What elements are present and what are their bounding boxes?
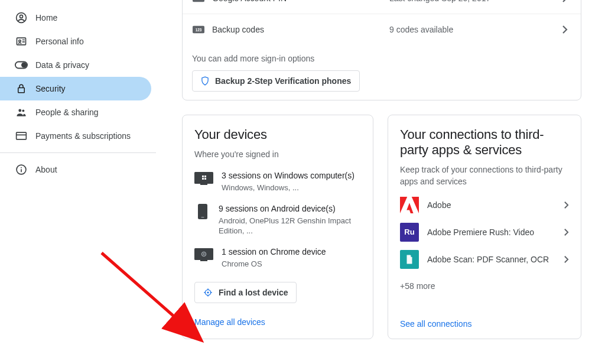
nav-label: People & sharing (35, 108, 99, 117)
svg-rect-18 (204, 176, 206, 177)
info-icon (14, 162, 28, 177)
nav-about[interactable]: About (0, 158, 156, 181)
app-row-adobe-scan[interactable]: Adobe Scan: PDF Scanner, OCR (400, 246, 569, 273)
card-title: Your connections to third-party apps & s… (400, 127, 569, 158)
chevron-right-icon (564, 228, 569, 236)
svg-point-5 (22, 63, 26, 67)
svg-text:123: 123 (196, 27, 202, 31)
svg-rect-21 (200, 184, 207, 185)
app-row-adobe[interactable]: Adobe (400, 191, 569, 219)
card-subtitle: Keep track of your connections to third-… (400, 164, 569, 188)
chevron-right-icon (564, 201, 569, 209)
chevron-right-icon (562, 0, 568, 3)
pin-icon: ••• (192, 0, 205, 3)
svg-point-29 (207, 292, 209, 294)
device-row-windows[interactable]: 3 sessions on Windows computer(s) Window… (194, 171, 361, 193)
svg-point-1 (20, 15, 23, 18)
row-status: Last changed Sep 20, 2017 (389, 0, 562, 3)
row-title: Backup codes (212, 25, 389, 34)
phone-icon (194, 205, 210, 218)
card-row: Your devices Where you're signed in 3 se… (182, 115, 581, 339)
nav-divider (0, 152, 156, 153)
button-label: Find a lost device (219, 288, 288, 297)
svg-rect-6 (18, 88, 25, 93)
app-row-premiere-rush[interactable]: Ru Adobe Premiere Rush: Video (400, 219, 569, 246)
nav-data-privacy[interactable]: Data & privacy (0, 53, 156, 77)
toggle-icon (14, 58, 28, 72)
adobe-icon (400, 196, 419, 214)
windows-monitor-icon (194, 172, 213, 185)
nav-personal-info[interactable]: Personal info (0, 30, 156, 53)
svg-rect-23 (201, 217, 204, 217)
row-title: Google Account PIN (212, 0, 389, 3)
id-card-icon (14, 34, 28, 48)
chevron-right-icon (562, 25, 568, 34)
device-row-android[interactable]: 9 sessions on Android device(s) Android,… (194, 204, 361, 236)
nav-people-sharing[interactable]: People & sharing (0, 100, 156, 124)
nav-label: About (35, 165, 57, 174)
sidebar: Home Personal info Data & privacy Securi… (0, 0, 156, 364)
nav-home[interactable]: Home (0, 6, 156, 30)
see-all-connections-link[interactable]: See all connections (400, 319, 471, 329)
button-label: Backup 2-Step Verification phones (215, 76, 351, 86)
chrome-device-icon (194, 248, 213, 261)
nav-label: Data & privacy (35, 60, 89, 70)
device-title: 9 sessions on Android device(s) (219, 204, 361, 213)
nav-label: Personal info (35, 37, 84, 46)
your-devices-card: Your devices Where you're signed in 3 se… (182, 115, 373, 339)
svg-rect-19 (202, 178, 204, 180)
nav-label: Security (35, 84, 66, 93)
card-subtitle: Where you're signed in (194, 148, 361, 160)
codes-icon: 123 (192, 25, 205, 34)
nav-label: Payments & subscriptions (35, 131, 131, 141)
svg-text:•••: ••• (197, 0, 200, 1)
row-status: 9 codes available (389, 25, 562, 34)
svg-point-8 (22, 109, 24, 112)
row-backup-codes[interactable]: 123 Backup codes 9 codes available (183, 14, 581, 44)
add-more-text: You can add more sign-in options (183, 44, 581, 70)
app-title: Adobe (427, 200, 555, 210)
target-icon (203, 288, 213, 297)
people-icon (14, 105, 28, 119)
signin-options-card: ••• Google Account PIN Last changed Sep … (182, 0, 581, 100)
adobe-scan-icon (400, 250, 419, 269)
app-title: Adobe Premiere Rush: Video (427, 227, 555, 238)
more-apps-count: +58 more (400, 281, 569, 291)
device-sub: Chrome OS (222, 259, 326, 269)
main-content: ••• Google Account PIN Last changed Sep … (182, 0, 581, 339)
device-title: 3 sessions on Windows computer(s) (222, 171, 354, 180)
account-circle-icon (14, 11, 28, 25)
third-party-card: Your connections to third-party apps & s… (388, 115, 581, 339)
manage-all-devices-link[interactable]: Manage all devices (194, 317, 265, 327)
device-title: 1 session on Chrome device (222, 247, 326, 256)
backup-phones-button[interactable]: Backup 2-Step Verification phones (192, 70, 360, 92)
card-title: Your devices (194, 127, 361, 142)
app-title: Adobe Scan: PDF Scanner, OCR (427, 254, 555, 265)
premiere-rush-icon: Ru (400, 223, 419, 242)
svg-rect-17 (202, 176, 204, 177)
device-row-chrome[interactable]: 1 session on Chrome device Chrome OS (194, 247, 361, 269)
svg-rect-9 (17, 132, 27, 139)
lock-icon (14, 82, 28, 96)
device-sub: Windows, Windows, ... (222, 183, 354, 193)
nav-payments[interactable]: Payments & subscriptions (0, 124, 156, 148)
find-lost-device-button[interactable]: Find a lost device (194, 282, 297, 303)
svg-point-26 (203, 254, 205, 255)
svg-rect-27 (200, 260, 207, 261)
svg-rect-20 (204, 178, 206, 180)
device-sub: Android, OnePlus 12R Genshin Impact Edit… (219, 216, 361, 236)
svg-point-3 (19, 40, 21, 42)
row-google-pin[interactable]: ••• Google Account PIN Last changed Sep … (183, 0, 581, 14)
credit-card-icon (14, 129, 28, 143)
chevron-right-icon (564, 255, 569, 264)
nav-label: Home (35, 13, 57, 22)
svg-point-11 (21, 167, 22, 168)
nav-security[interactable]: Security (0, 77, 151, 100)
shield-icon (201, 76, 209, 86)
svg-point-7 (18, 109, 21, 112)
